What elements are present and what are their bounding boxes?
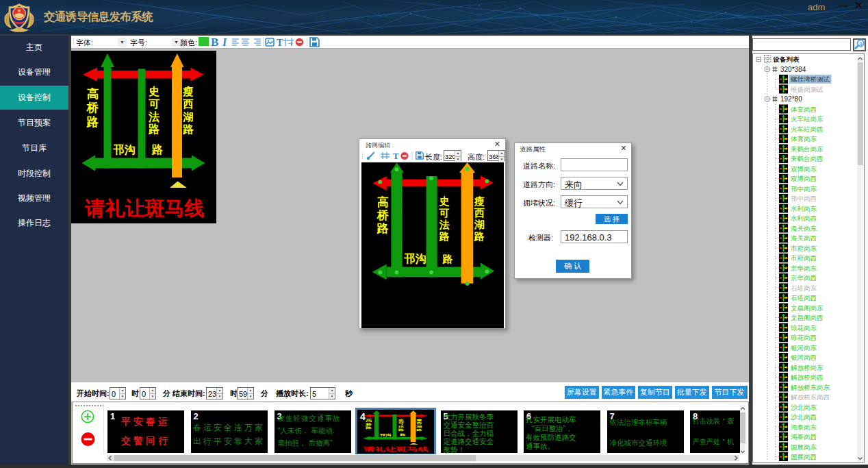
svg-text:沙北岗西: 沙北岗西 [791, 413, 817, 421]
svg-text:法: 法 [398, 425, 405, 428]
svg-text:双博岗东: 双博岗东 [791, 165, 817, 173]
svg-text:路: 路 [442, 253, 453, 264]
svg-text:邗中岗西: 邗中岗西 [790, 195, 817, 202]
svg-text:法: 法 [148, 111, 159, 123]
svg-text:可: 可 [439, 207, 450, 219]
svg-text:水利岗西: 水利岗西 [790, 214, 817, 222]
svg-text:琼花岗西: 琼花岗西 [790, 334, 817, 341]
svg-text:京华岗西: 京华岗西 [791, 274, 817, 282]
svg-text:I: I [222, 36, 227, 48]
svg-text:路: 路 [182, 123, 194, 135]
svg-text:湖: 湖 [474, 219, 485, 230]
svg-text:体育岗东: 体育岗东 [790, 135, 817, 143]
svg-text:路: 路 [86, 115, 99, 129]
svg-text:史: 史 [439, 195, 450, 207]
svg-text:路: 路 [439, 230, 450, 242]
svg-text:鸿泰岗东: 鸿泰岗东 [791, 423, 817, 431]
svg-text:邗中岗东: 邗中岗东 [790, 185, 817, 193]
svg-text:银河岗东: 银河岗东 [791, 344, 817, 352]
svg-text:史: 史 [149, 86, 159, 97]
svg-text:湖: 湖 [182, 111, 194, 123]
svg-text:国展岗东: 国展岗东 [791, 443, 817, 451]
svg-text:192*80: 192*80 [780, 95, 802, 103]
svg-text:高: 高 [377, 195, 389, 209]
svg-text:路: 路 [148, 123, 159, 135]
svg-text:设备列表: 设备列表 [773, 56, 800, 63]
svg-text:火车站岗西: 火车站岗西 [791, 125, 824, 133]
svg-text:邗沟: 邗沟 [379, 433, 391, 436]
svg-text:请礼让斑马线: 请礼让斑马线 [85, 197, 205, 219]
svg-text:来鹤台岗东: 来鹤台岗东 [791, 145, 824, 153]
svg-text:双博岗西: 双博岗西 [791, 175, 817, 182]
svg-text:T: T [393, 151, 399, 161]
svg-text:B: B [211, 36, 218, 49]
svg-text:火车站岗东: 火车站岗东 [791, 115, 824, 123]
svg-text:来鹤台岗西: 来鹤台岗西 [791, 155, 824, 162]
svg-text:银河岗西: 银河岗西 [791, 354, 817, 361]
svg-text:邗沟: 邗沟 [113, 144, 136, 156]
svg-text:维扬岗测试: 维扬岗测试 [790, 86, 824, 93]
svg-text:体育岗西: 体育岗西 [790, 106, 817, 113]
svg-text:邗沟: 邗沟 [404, 253, 426, 264]
svg-text:路: 路 [474, 230, 485, 242]
svg-text:桥: 桥 [365, 422, 372, 426]
svg-text:路: 路 [376, 222, 389, 235]
svg-text:西: 西 [474, 207, 485, 219]
svg-text:沙北岗东: 沙北岗东 [791, 404, 817, 411]
svg-text:解放桥岗东: 解放桥岗东 [791, 364, 824, 371]
svg-text:法: 法 [439, 219, 450, 230]
svg-text:海关岗西: 海关岗西 [791, 234, 817, 242]
svg-text:石塔岗东: 石塔岗东 [791, 284, 817, 292]
svg-text:高: 高 [366, 419, 372, 423]
svg-text:解放桥东岗西: 解放桥东岗西 [791, 393, 830, 401]
svg-text:路: 路 [365, 426, 372, 430]
svg-text:螺丝湾桥测试: 螺丝湾桥测试 [791, 75, 830, 83]
svg-text:请礼让斑马线: 请礼让斑马线 [363, 447, 429, 453]
svg-text:高: 高 [87, 87, 99, 101]
svg-text:瘦: 瘦 [416, 419, 422, 422]
svg-text:T: T [277, 38, 283, 48]
svg-text:市府岗东: 市府岗东 [790, 245, 817, 252]
svg-text:海关岗东: 海关岗东 [791, 225, 817, 232]
svg-text:市府岗西: 市府岗西 [790, 254, 817, 262]
svg-text:路: 路 [399, 433, 406, 436]
svg-text:320*384: 320*384 [780, 66, 806, 73]
svg-text:路: 路 [151, 143, 163, 156]
svg-text:史: 史 [398, 419, 405, 422]
svg-text:路: 路 [416, 428, 422, 432]
svg-text:水利岗东: 水利岗东 [790, 205, 817, 212]
svg-text:文昌阁岗东: 文昌阁岗东 [791, 304, 824, 312]
svg-text:文昌阁岗西: 文昌阁岗西 [791, 314, 824, 321]
svg-text:可: 可 [398, 422, 405, 426]
svg-text:瘦: 瘦 [474, 195, 485, 207]
svg-text:路: 路 [398, 428, 405, 432]
svg-text:石塔岗西: 石塔岗西 [791, 294, 817, 301]
svg-text:鸿泰岗西: 鸿泰岗西 [791, 433, 817, 441]
svg-text:3: 3 [860, 41, 863, 46]
svg-text:解放桥东岗东: 解放桥东岗东 [791, 384, 830, 391]
svg-text:瘦: 瘦 [182, 86, 194, 97]
svg-text:西: 西 [416, 422, 422, 426]
svg-text:解放桥岗西: 解放桥岗西 [791, 373, 824, 381]
svg-text:国展岗西: 国展岗西 [791, 453, 817, 460]
svg-text:桥: 桥 [86, 101, 99, 114]
svg-text:琼花岗东: 琼花岗东 [790, 324, 817, 332]
svg-text:湖: 湖 [416, 425, 422, 428]
svg-text:西: 西 [182, 98, 194, 110]
svg-text:桥: 桥 [376, 209, 390, 222]
svg-text:可: 可 [149, 98, 159, 110]
svg-text:京华岗东: 京华岗东 [791, 264, 817, 272]
